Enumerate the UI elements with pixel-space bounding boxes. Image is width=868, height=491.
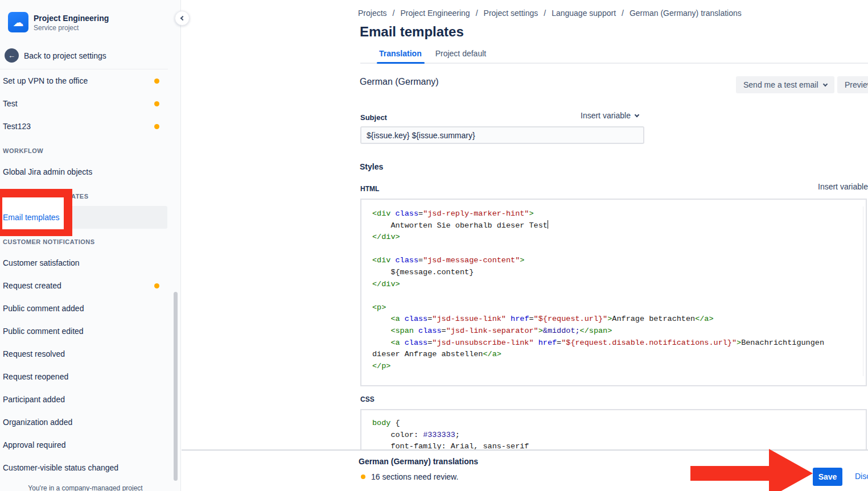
breadcrumb-item-projects[interactable]: Projects [358, 9, 387, 18]
code-line: </p> [372, 361, 852, 373]
breadcrumb-separator: / [476, 9, 478, 18]
send-test-email-button[interactable]: Send me a test email [736, 76, 834, 93]
main-content: Projects/Project Engineering/Project set… [0, 0, 868, 491]
annotation-arrow-shaft [690, 466, 770, 481]
active-tab-underline [377, 62, 425, 64]
breadcrumb-item-project-settings[interactable]: Project settings [484, 9, 538, 18]
code-line [372, 290, 852, 302]
chevron-down-icon [822, 81, 827, 86]
subject-label: Subject [360, 113, 387, 122]
editor-gutter-line [863, 207, 863, 376]
html-label: HTML [360, 185, 379, 193]
css-label: CSS [360, 395, 375, 403]
tab-translation[interactable]: Translation [379, 49, 422, 58]
code-line: <a class="jsd-issue-link" href="${reques… [372, 313, 852, 325]
code-line: <p> [372, 302, 852, 314]
save-button[interactable]: Save [813, 468, 842, 486]
code-line: color: #333333; [372, 430, 852, 442]
breadcrumb-item-project-engineering[interactable]: Project Engineering [400, 9, 470, 18]
insert-variable-label: Insert variable [818, 182, 868, 191]
annotation-arrow-head [769, 449, 813, 491]
chevron-left-icon [180, 16, 185, 20]
language-heading: German (Germany) [360, 77, 439, 87]
insert-variable-label: Insert variable [581, 111, 631, 120]
footer-status: 16 sections need review. [361, 472, 458, 481]
styles-heading: Styles [360, 162, 383, 171]
tab-bar: TranslationProject default [379, 49, 486, 58]
code-line: <span class="jsd-link-separator">&middot… [372, 325, 852, 337]
insert-variable-dropdown-subject[interactable]: Insert variable [581, 111, 639, 120]
code-line: Antworten Sie oberhalb dieser Test [372, 220, 852, 232]
chevron-down-icon [635, 112, 639, 117]
breadcrumb-separator: / [393, 9, 395, 18]
app-root: ☁ Project Engineering Service project ← … [0, 0, 868, 491]
preview-button[interactable]: Preview [837, 76, 868, 93]
send-test-email-label: Send me a test email [743, 80, 818, 89]
code-line: <div class="jsd-reply-marker-hint"> [372, 208, 852, 220]
code-line: ${message.content} [372, 267, 852, 279]
code-line: body { [372, 418, 852, 430]
breadcrumb: Projects/Project Engineering/Project set… [358, 9, 742, 18]
footer-status-text: 16 sections need review. [371, 472, 458, 481]
insert-variable-dropdown-html[interactable]: Insert variable [818, 182, 868, 191]
footer-title: German (Germany) translations [359, 457, 478, 466]
preview-label: Preview [845, 80, 868, 89]
discard-link[interactable]: Discard [855, 472, 868, 481]
code-line: <div class="jsd-message-content"> [372, 255, 852, 267]
text-cursor [548, 220, 549, 229]
code-line: dieser Anfrage abstellen</a> [372, 349, 852, 361]
status-dot [361, 475, 365, 479]
code-line [372, 244, 852, 255]
tab-project-default[interactable]: Project default [435, 49, 487, 58]
page-title: Email templates [360, 24, 464, 40]
code-line: </div> [372, 232, 852, 244]
breadcrumb-item-german-germany-translations: German (Germany) translations [630, 9, 742, 18]
breadcrumb-separator: / [544, 9, 546, 18]
code-line: <a class="jsd-unsubscribe-link" href="${… [372, 337, 852, 349]
tab-divider [360, 63, 868, 64]
breadcrumb-item-language-support[interactable]: Language support [552, 9, 616, 18]
breadcrumb-separator: / [622, 9, 624, 18]
code-line: </div> [372, 279, 852, 291]
html-code-editor[interactable]: <div class="jsd-reply-marker-hint"> Antw… [360, 199, 867, 386]
sidebar-collapse-button[interactable] [175, 11, 190, 26]
sidebar-item-label: Email templates [0, 213, 60, 222]
subject-input[interactable] [360, 126, 644, 144]
